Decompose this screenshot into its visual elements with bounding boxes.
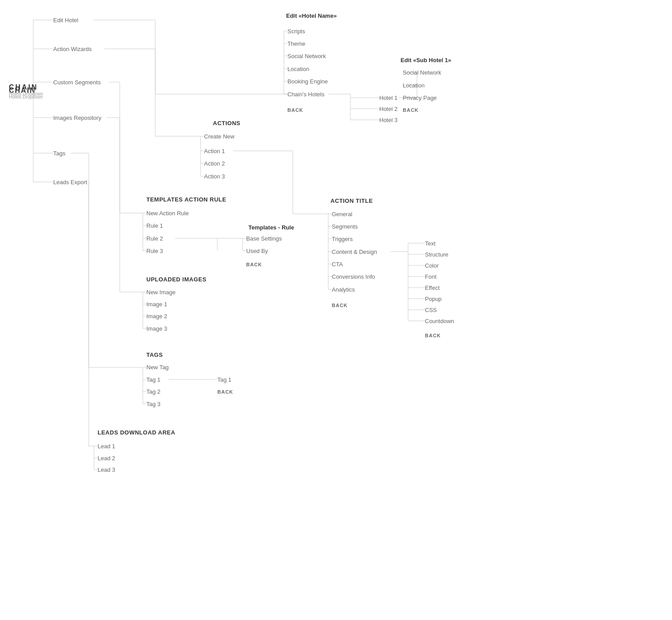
action-cta[interactable]: CTA	[332, 261, 343, 268]
actions-action-3[interactable]: Action 3	[204, 173, 225, 180]
templates-rule-title: Templates - Rule	[248, 224, 294, 231]
action-title-heading: ACTION TITLE	[330, 197, 373, 204]
action-segments[interactable]: Segments	[332, 223, 358, 230]
templates-rule-base-settings[interactable]: Base Settings	[246, 235, 282, 242]
edit-hotel-back[interactable]: BACK	[287, 107, 303, 113]
menu-item-tags[interactable]: Tags	[53, 150, 65, 157]
design-countdown[interactable]: Countdown	[425, 318, 454, 324]
design-color[interactable]: Color	[425, 262, 439, 269]
edit-hotel-title: Edit «Hotel Name»	[286, 12, 337, 19]
chains-hotel-1[interactable]: Hotel 1	[379, 95, 397, 101]
uploaded-images-new[interactable]: New Image	[146, 289, 176, 296]
chains-hotel-3[interactable]: Hotel 3	[379, 117, 397, 123]
templates-action-rule-title: TEMPLATES ACTION RULE	[146, 196, 226, 203]
menu-item-edit-hotel[interactable]: Edit Hotel	[53, 17, 78, 24]
sub-hotel-back[interactable]: BACK	[403, 107, 419, 113]
edit-sub-hotel-title: Edit «Sub Hotel 1»	[401, 57, 451, 63]
actions-title: ACTIONS	[213, 120, 240, 126]
templates-rule-used-by[interactable]: Used By	[246, 248, 268, 254]
connector-lines	[0, 0, 672, 620]
design-popup[interactable]: Popup	[425, 296, 442, 302]
action-content-design[interactable]: Content & Design	[332, 249, 377, 255]
design-font[interactable]: Font	[425, 273, 436, 280]
tag1-submenu-item[interactable]: Tag 1	[217, 376, 232, 383]
action-conversions-info[interactable]: Conversions Info	[332, 273, 375, 280]
actions-action-2[interactable]: Action 2	[204, 160, 225, 167]
sub-hotel-social-network[interactable]: Social Network	[403, 69, 441, 76]
edit-hotel-theme[interactable]: Theme	[287, 40, 305, 47]
uploaded-images-image-1[interactable]: Image 1	[146, 301, 167, 308]
menu-item-custom-segments[interactable]: Custom Segments	[53, 79, 101, 86]
edit-hotel-location[interactable]: Location	[287, 66, 309, 72]
leads-lead-1[interactable]: Lead 1	[98, 443, 115, 450]
action-title-back[interactable]: BACK	[332, 302, 348, 308]
templates-rule-2[interactable]: Rule 2	[146, 235, 163, 242]
uploaded-images-image-2[interactable]: Image 2	[146, 313, 167, 320]
design-structure[interactable]: Structure	[425, 251, 448, 258]
design-css[interactable]: CSS	[425, 307, 437, 313]
edit-hotel-social-network[interactable]: Social Network	[287, 53, 326, 59]
logo-subtitle: Hotels Dropdown	[9, 91, 43, 96]
templates-rule-1[interactable]: Rule 1	[146, 222, 163, 229]
tags-tag-2[interactable]: Tag 2	[146, 388, 161, 395]
action-analytics[interactable]: Analytics	[332, 286, 355, 293]
leads-download-title: LEADS DOWNLOAD AREA	[98, 429, 175, 436]
templates-rule-3[interactable]: Rule 3	[146, 248, 163, 254]
sub-hotel-privacy-page[interactable]: Privacy Page	[403, 95, 437, 101]
leads-lead-3[interactable]: Lead 3	[98, 466, 115, 473]
tags-tag-1[interactable]: Tag 1	[146, 376, 161, 383]
tag1-submenu-back[interactable]: BACK	[217, 388, 233, 395]
menu-item-action-wizards[interactable]: Action Wizards	[53, 46, 92, 52]
chains-hotel-2[interactable]: Hotel 2	[379, 106, 397, 112]
design-text[interactable]: Text	[425, 240, 436, 247]
tags-new-tag[interactable]: New Tag	[146, 364, 169, 371]
logo-chain: CHAIN	[9, 83, 43, 91]
action-triggers[interactable]: Triggers	[332, 236, 353, 242]
edit-hotel-scripts[interactable]: Scripts	[287, 28, 305, 35]
logo-container: CHAIN Hotels Dropdown	[9, 83, 43, 96]
design-effect[interactable]: Effect	[425, 284, 440, 291]
uploaded-images-image-3[interactable]: Image 3	[146, 325, 167, 332]
menu-item-images-repository[interactable]: Images Repository	[53, 115, 101, 121]
actions-action-1[interactable]: Action 1	[204, 148, 225, 154]
tags-title: TAGS	[146, 351, 163, 358]
uploaded-images-title: UPLOADED IMAGES	[146, 276, 206, 283]
edit-hotel-chains-hotels[interactable]: Chain's Hotels	[287, 91, 324, 98]
action-general[interactable]: General	[332, 211, 352, 217]
sub-hotel-location[interactable]: Location	[403, 82, 424, 89]
leads-lead-2[interactable]: Lead 2	[98, 455, 115, 462]
tags-tag-3[interactable]: Tag 3	[146, 401, 161, 407]
templates-new-action-rule[interactable]: New Action Rule	[146, 210, 189, 217]
design-back[interactable]: BACK	[425, 332, 441, 339]
actions-create-new[interactable]: Create New	[204, 133, 235, 140]
edit-hotel-booking-engine[interactable]: Booking Engine	[287, 78, 328, 85]
menu-item-leads-export[interactable]: Leads Export	[53, 179, 87, 186]
templates-rule-back[interactable]: BACK	[246, 261, 262, 268]
